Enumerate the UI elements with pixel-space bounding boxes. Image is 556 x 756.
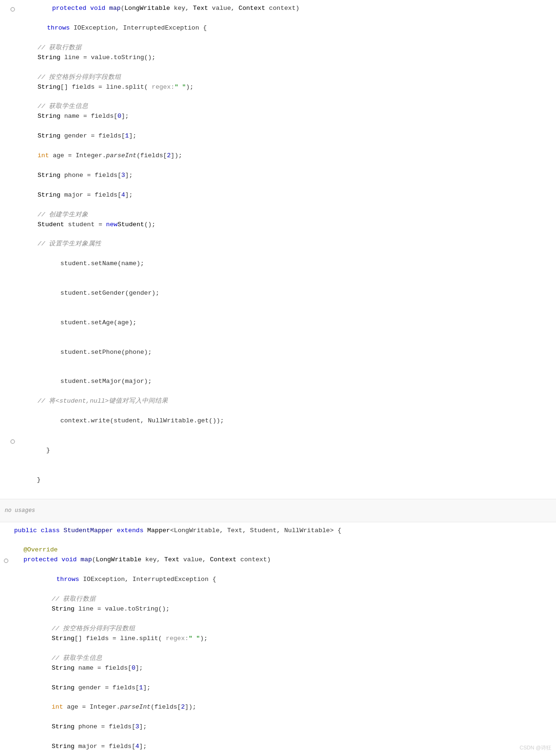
kw-void-2: void	[62, 555, 77, 565]
line-write-1: context.write(student, NullWritable.get(…	[9, 406, 556, 436]
gutter-circle-2	[4, 557, 8, 567]
line-close-class-1: }	[9, 466, 556, 495]
separator-block: no usages	[0, 499, 556, 522]
line-getrow-2: String line = value.toString();	[9, 604, 556, 624]
line-comment-split-1: // 按空格拆分得到字段数组	[9, 73, 556, 83]
line-throws-2: throws IOException, InterruptedException…	[9, 575, 556, 595]
kw-protected: protected	[52, 4, 86, 14]
line-override: @Override	[9, 545, 556, 555]
code-block-2: public class StudentMapper extends Mappe…	[0, 522, 556, 756]
line-phone-1: String phone = fields[3];	[9, 171, 556, 191]
watermark: CSDN @诗狂	[520, 744, 551, 751]
no-usages-label: no usages	[5, 507, 35, 514]
line-comment-getrow-2: // 获取行数据	[9, 595, 556, 604]
kw-void: void	[90, 4, 105, 14]
kw-protected-2: protected	[23, 555, 58, 565]
comment-info-1: // 获取学生信息	[38, 102, 88, 112]
line-new-student-1: Student student = new Student();	[9, 220, 556, 240]
line-throws-1: throws IOException, InterruptedException…	[9, 23, 556, 43]
line-setmajor-1: student.setMajor(major);	[9, 367, 556, 397]
line-split-1: String[] fields = line.split( regex: " "…	[9, 83, 556, 102]
comment-info-2: // 获取学生信息	[52, 654, 102, 664]
comment-getrow-1: // 获取行数据	[38, 43, 82, 53]
kw-class: class	[41, 526, 60, 536]
svg-point-0	[11, 8, 15, 11]
line-gender-2: String gender = fields[1];	[9, 683, 556, 703]
line-split-2: String[] fields = line.split( regex: " "…	[9, 634, 556, 654]
code-block-1: protected void map(LongWritable key, Tex…	[0, 0, 556, 499]
comment-split-1: // 按空格拆分得到字段数组	[38, 73, 121, 83]
svg-point-2	[4, 559, 8, 563]
line-comment-set-1: // 设置学生对象属性	[9, 239, 556, 249]
kw-throws-1: throws	[47, 23, 70, 33]
method-map-2: map	[81, 555, 92, 565]
line-major-1: String major = fields[4];	[9, 191, 556, 210]
line-name-1: String name = fields[0];	[9, 112, 556, 131]
line-method-sig-2: protected void map(LongWritable key, Tex…	[9, 555, 556, 575]
gutter-circle-close-1	[10, 438, 15, 448]
line-setage-1: student.setAge(age);	[9, 308, 556, 338]
method-map-1: map	[109, 4, 121, 14]
line-comment-create-1: // 创建学生对象	[9, 210, 556, 220]
line-age-2: int age = Integer.parseInt(fields[2]);	[9, 703, 556, 722]
comment-getrow-2: // 获取行数据	[52, 595, 96, 604]
kw-new-1: new	[106, 220, 117, 230]
line-comment-split-2: // 按空格拆分得到字段数组	[9, 624, 556, 634]
line-setgender-1: student.setGender(gender);	[9, 279, 556, 308]
line-method-sig-1: protected void map(LongWritable key, Tex…	[9, 4, 556, 23]
line-gender-1: String gender = fields[1];	[9, 131, 556, 151]
comment-write-1: // 将<student,null>键值对写入中间结果	[38, 397, 168, 406]
comment-set-1: // 设置学生对象属性	[38, 239, 101, 249]
line-major-2: String major = fields[4];	[9, 742, 556, 756]
annotation-override: @Override	[23, 545, 58, 555]
line-setname-1: student.setName(name);	[9, 249, 556, 279]
code-container: protected void map(LongWritable key, Tex…	[0, 0, 556, 756]
kw-int-1: int	[38, 151, 49, 161]
comment-create-1: // 创建学生对象	[38, 210, 88, 220]
line-age-1: int age = Integer.parseInt(fields[2]);	[9, 151, 556, 171]
line-comment-getrow-1: // 获取行数据	[9, 43, 556, 53]
line-class-decl: public class StudentMapper extends Mappe…	[9, 526, 556, 546]
line-getrow-1: String line = value.toString();	[9, 53, 556, 73]
kw-public: public	[14, 526, 37, 536]
line-comment-info-2: // 获取学生信息	[9, 654, 556, 664]
line-name-2: String name = fields[0];	[9, 664, 556, 683]
line-setphone-1: student.setPhone(phone);	[9, 338, 556, 367]
line-comment-info-1: // 获取学生信息	[9, 102, 556, 112]
line-close-method-1: }	[9, 436, 556, 466]
kw-int-2: int	[52, 703, 63, 712]
line-phone-2: String phone = fields[3];	[9, 722, 556, 742]
comment-split-2: // 按空格拆分得到字段数组	[52, 624, 135, 634]
kw-throws-2: throws	[56, 575, 79, 585]
line-comment-write-1: // 将<student,null>键值对写入中间结果	[9, 397, 556, 406]
svg-point-1	[11, 440, 15, 443]
gutter-circle-1	[10, 6, 15, 15]
